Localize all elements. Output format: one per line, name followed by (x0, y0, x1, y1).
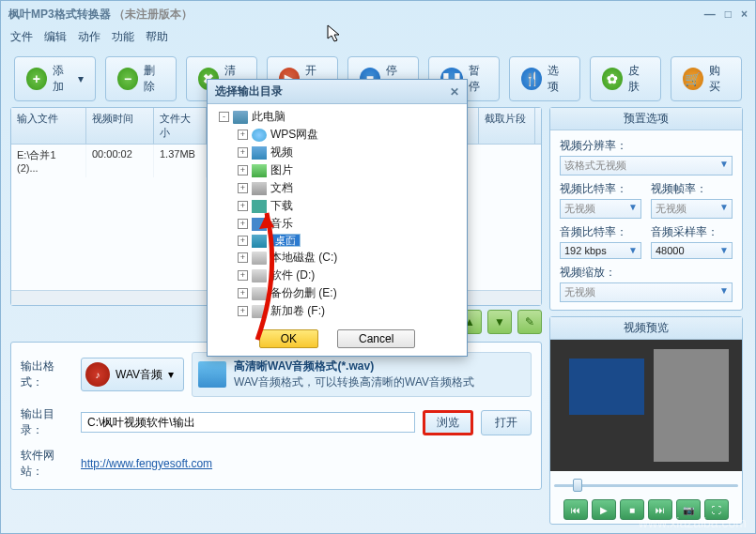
expand-icon[interactable]: - (219, 112, 229, 122)
buy-button[interactable]: 🛒购买 (671, 56, 742, 101)
tree-node[interactable]: +音乐 (211, 215, 463, 233)
desktop-icon (252, 235, 267, 248)
fullscreen-button[interactable]: ⛶ (704, 499, 729, 520)
prev-button[interactable]: ⏮ (563, 499, 588, 520)
expand-icon[interactable]: + (238, 270, 248, 281)
tree-node[interactable]: +视频 (211, 144, 463, 161)
menu-edit[interactable]: 编辑 (44, 29, 67, 45)
minimize-button[interactable]: — (704, 8, 716, 21)
node-label: 下载 (270, 198, 293, 214)
folder-dialog: 选择输出目录 ✕ -此电脑+WPS网盘+视频+图片+文档+下载+音乐+桌面+本地… (207, 79, 468, 357)
cancel-button[interactable]: Cancel (337, 329, 415, 348)
cloud-icon (252, 129, 267, 142)
disk-icon (252, 287, 267, 300)
menu-action[interactable]: 动作 (78, 29, 100, 45)
doc-icon (198, 361, 226, 388)
close-button[interactable]: × (741, 8, 748, 21)
node-label: 新加卷 (F:) (270, 303, 325, 319)
disk-icon (252, 252, 267, 265)
expand-icon[interactable]: + (238, 236, 248, 246)
preview-video (550, 340, 742, 471)
resolution-select[interactable]: 该格式无视频 (560, 156, 733, 175)
edit-button[interactable]: ✎ (517, 310, 542, 334)
minus-icon: − (117, 68, 138, 90)
options-icon: 🍴 (521, 68, 542, 90)
node-label: 音乐 (270, 216, 293, 232)
skin-button[interactable]: ✿皮肤 (590, 56, 661, 101)
video-bitrate-select[interactable]: 无视频 (560, 199, 641, 219)
snapshot-button[interactable]: 📷 (676, 499, 701, 520)
expand-icon[interactable]: + (238, 165, 248, 175)
expand-icon[interactable]: + (238, 288, 248, 298)
website-link[interactable]: http://www.fengyesoft.com (81, 457, 212, 470)
output-dir-input[interactable] (81, 412, 415, 433)
menu-help[interactable]: 帮助 (146, 29, 168, 45)
settings-panel: 预置选项 视频分辨率：该格式无视频 视频比特率：无视频 视频帧率：无视频 音频比… (549, 107, 743, 311)
vfps-label: 视频帧率： (651, 181, 733, 197)
preview-title: 视频预览 (550, 317, 742, 340)
expand-icon[interactable]: + (238, 130, 248, 140)
seek-slider[interactable] (554, 477, 738, 494)
plus-icon: + (26, 68, 47, 90)
next-button[interactable]: ⏭ (648, 499, 672, 520)
audio-sample-select[interactable]: 48000 (651, 242, 733, 259)
app-title: 枫叶MP3格式转换器 （未注册版本） (8, 7, 193, 23)
play-preview-button[interactable]: ▶ (592, 499, 616, 520)
disk-icon (252, 269, 267, 282)
open-button[interactable]: 打开 (481, 410, 532, 435)
tree-node[interactable]: +下载 (211, 197, 463, 215)
node-label: 桌面 (270, 234, 301, 248)
disk-icon (252, 305, 267, 318)
vzoom-label: 视频缩放： (560, 265, 733, 281)
node-label: WPS网盘 (270, 127, 318, 143)
format-selector[interactable]: ♪ WAV音频 ▾ (81, 358, 184, 391)
titlebar: 枫叶MP3格式转换器 （未注册版本） — □ × (1, 1, 755, 27)
folder-tree[interactable]: -此电脑+WPS网盘+视频+图片+文档+下载+音乐+桌面+本地磁盘 (C:)+软… (208, 104, 467, 322)
wav-icon: ♪ (85, 362, 110, 387)
expand-icon[interactable]: + (238, 219, 248, 229)
ok-button[interactable]: OK (259, 329, 318, 348)
asamp-label: 音频采样率： (651, 224, 733, 240)
tree-node[interactable]: +备份勿删 (E:) (211, 284, 463, 302)
expand-icon[interactable]: + (238, 183, 248, 193)
node-label: 此电脑 (252, 109, 285, 125)
menu-function[interactable]: 功能 (112, 29, 134, 45)
move-down-button[interactable]: ▼ (487, 310, 512, 334)
tree-node[interactable]: +新加卷 (F:) (211, 302, 463, 320)
tree-node[interactable]: -此电脑 (211, 108, 463, 126)
expand-icon[interactable]: + (238, 306, 248, 316)
video-zoom-select[interactable]: 无视频 (560, 282, 733, 302)
pc-icon (233, 111, 248, 124)
add-button[interactable]: +添加 ▾ (14, 56, 96, 101)
audio-bitrate-select[interactable]: 192 kbps (560, 242, 641, 259)
skin-icon: ✿ (602, 68, 623, 90)
menu-file[interactable]: 文件 (10, 29, 33, 45)
stop-preview-button[interactable]: ■ (620, 499, 644, 520)
tree-node[interactable]: +文档 (211, 179, 463, 197)
expand-icon[interactable]: + (238, 252, 248, 263)
maximize-button[interactable]: □ (725, 8, 732, 21)
tree-node[interactable]: +WPS网盘 (211, 126, 463, 144)
menubar: 文件 编辑 动作 功能 帮助 (1, 27, 755, 51)
format-label: 输出格式： (21, 359, 73, 390)
options-button[interactable]: 🍴选项 (509, 56, 580, 101)
dl-icon (252, 200, 267, 213)
res-label: 视频分辨率： (560, 138, 733, 154)
tree-node[interactable]: +本地磁盘 (C:) (211, 249, 463, 267)
pic-icon (252, 164, 267, 177)
node-label: 本地磁盘 (C:) (270, 250, 337, 266)
node-label: 文档 (270, 180, 293, 196)
node-label: 图片 (270, 162, 293, 178)
expand-icon[interactable]: + (238, 147, 248, 158)
browse-button[interactable]: 浏览 (423, 410, 473, 435)
dialog-close-button[interactable]: ✕ (450, 85, 459, 99)
video-fps-select[interactable]: 无视频 (651, 199, 733, 219)
tree-node[interactable]: +图片 (211, 161, 463, 179)
expand-icon[interactable]: + (238, 201, 248, 211)
format-description: 高清晰WAV音频格式(*.wav)WAV音频格式，可以转换高清晰的WAV音频格式 (192, 352, 532, 397)
dialog-titlebar: 选择输出目录 ✕ (208, 80, 467, 104)
remove-button[interactable]: −删除 (105, 56, 177, 101)
tree-node[interactable]: +软件 (D:) (211, 267, 463, 284)
output-panel: 输出格式： ♪ WAV音频 ▾ 高清晰WAV音频格式(*.wav)WAV音频格式… (10, 342, 542, 490)
tree-node[interactable]: +桌面 (211, 233, 463, 249)
